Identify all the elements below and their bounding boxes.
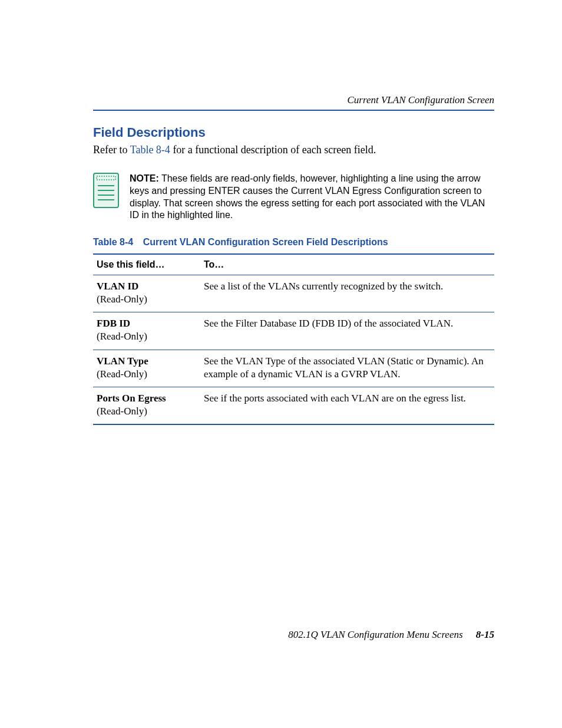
table-header-field: Use this field… xyxy=(93,254,200,275)
note-text: NOTE: These fields are read-only fields,… xyxy=(130,173,494,222)
header-divider xyxy=(93,110,494,111)
field-name: FDB ID xyxy=(97,318,130,329)
table-header-desc: To… xyxy=(200,254,494,275)
field-name: VLAN ID xyxy=(97,281,138,292)
table-cell-field: FDB ID (Read-Only) xyxy=(93,312,200,350)
table-caption: Table 8-4 Current VLAN Configuration Scr… xyxy=(93,237,494,248)
table-row: Ports On Egress (Read-Only) See if the p… xyxy=(93,387,494,424)
table-cell-field: Ports On Egress (Read-Only) xyxy=(93,387,200,424)
table-caption-number: Table 8-4 xyxy=(93,237,133,247)
table-cell-desc: See if the ports associated with each VL… xyxy=(200,387,494,424)
field-name: Ports On Egress xyxy=(97,393,166,404)
field-sub: (Read-Only) xyxy=(97,406,147,417)
running-header: Current VLAN Configuration Screen xyxy=(93,94,494,106)
running-title: Current VLAN Configuration Screen xyxy=(348,94,495,106)
note-icon xyxy=(93,173,119,208)
table-reference-link[interactable]: Table 8-4 xyxy=(130,144,170,156)
table-cell-desc: See the Filter Database ID (FDB ID) of t… xyxy=(200,312,494,350)
table-row: VLAN ID (Read-Only) See a list of the VL… xyxy=(93,275,494,312)
intro-paragraph: Refer to Table 8-4 for a functional desc… xyxy=(93,144,494,156)
footer-book-title: 802.1Q VLAN Configuration Menu Screens xyxy=(288,629,462,640)
note-block: NOTE: These fields are read-only fields,… xyxy=(93,173,494,222)
field-descriptions-table: Use this field… To… VLAN ID (Read-Only) … xyxy=(93,253,494,425)
field-sub: (Read-Only) xyxy=(97,294,147,305)
footer-page-number: 8-15 xyxy=(476,629,494,640)
field-sub: (Read-Only) xyxy=(97,368,147,380)
field-sub: (Read-Only) xyxy=(97,331,147,342)
table-row: FDB ID (Read-Only) See the Filter Databa… xyxy=(93,312,494,350)
table-row: VLAN Type (Read-Only) See the VLAN Type … xyxy=(93,350,494,387)
intro-text-post: for a functional description of each scr… xyxy=(170,144,376,156)
table-cell-desc: See a list of the VLANs currently recogn… xyxy=(200,275,494,312)
table-cell-field: VLAN Type (Read-Only) xyxy=(93,350,200,387)
table-caption-title: Current VLAN Configuration Screen Field … xyxy=(143,237,388,247)
intro-text-pre: Refer to xyxy=(93,144,130,156)
table-cell-desc: See the VLAN Type of the associated VLAN… xyxy=(200,350,494,387)
page-footer: 802.1Q VLAN Configuration Menu Screens 8… xyxy=(93,629,494,641)
field-name: VLAN Type xyxy=(97,355,148,367)
table-header-row: Use this field… To… xyxy=(93,254,494,275)
table-cell-field: VLAN ID (Read-Only) xyxy=(93,275,200,312)
page: Current VLAN Configuration Screen Field … xyxy=(0,0,562,728)
note-body: These fields are read-only fields, howev… xyxy=(130,173,485,220)
section-heading: Field Descriptions xyxy=(93,125,494,140)
note-label: NOTE: xyxy=(130,173,159,183)
